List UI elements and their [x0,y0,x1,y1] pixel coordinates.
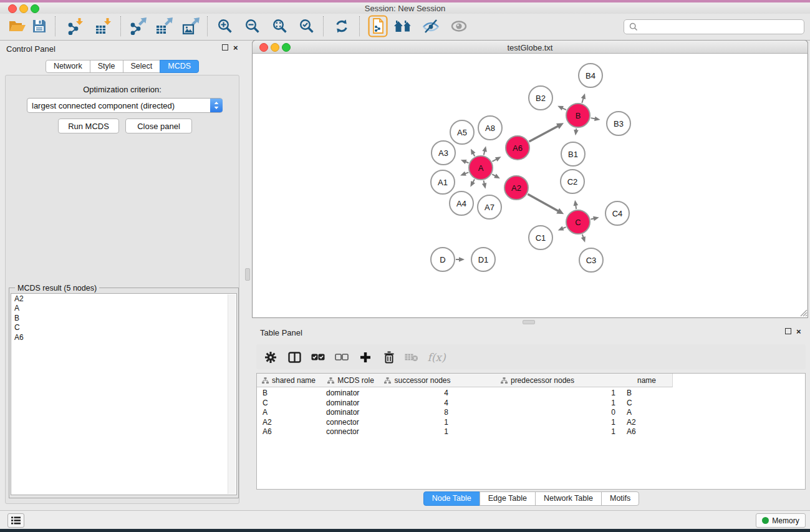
edge-A-A7[interactable] [482,180,486,188]
show-all-levels-button[interactable] [392,16,413,37]
result-item-a6[interactable]: A6 [11,332,236,342]
table-cell[interactable]: 1 [454,427,621,437]
table-cell[interactable]: connector [321,427,381,437]
tab-select[interactable]: Select [123,60,161,73]
node-B3[interactable]: B3 [607,112,630,135]
node-B4[interactable]: B4 [579,64,602,87]
zoom-in-button[interactable] [215,16,236,37]
node-B[interactable]: B [566,104,590,127]
node-A[interactable]: A [469,156,493,180]
result-item-c[interactable]: C [11,323,236,333]
node-C[interactable]: C [566,210,590,234]
edge-A6-B[interactable] [529,123,564,142]
tab-node-table[interactable]: Node Table [423,491,480,506]
column-header-name[interactable]: name [621,374,673,387]
table-cell[interactable]: A [257,408,321,417]
edge-A-A6[interactable] [492,157,501,162]
edge-A-A5[interactable] [471,149,476,157]
node-B2[interactable]: B2 [529,86,552,110]
table-cell[interactable]: B [257,389,321,398]
table-settings-button[interactable] [263,350,279,365]
node-C2[interactable]: C2 [561,170,584,193]
column-header-predecessor-nodes[interactable]: predecessor nodes [454,374,622,387]
edge-C-C1[interactable] [558,226,566,230]
node-A3[interactable]: A3 [432,141,455,165]
tab-style[interactable]: Style [90,60,123,73]
edge-A-A8[interactable] [482,146,486,155]
add-button[interactable] [357,350,374,365]
optimization-criterion-select[interactable]: largest connected component (directed) [27,98,223,113]
zoom-out-button[interactable] [242,16,263,37]
table-cell[interactable]: dominator [321,408,381,417]
horizontal-divider-handle[interactable] [523,320,535,324]
table-cell[interactable]: 4 [381,399,454,408]
new-network-from-selection-button[interactable] [366,16,390,37]
result-item-a[interactable]: A [11,304,236,314]
network-graph-canvas[interactable]: B4B2BB3A8A5A6A3B1AC2A1A2A4A7C4CC1C3DD1 [253,54,808,317]
node-A5[interactable]: A5 [450,120,474,144]
table-cell[interactable]: A6 [257,427,321,437]
result-scrollbar[interactable] [228,294,236,494]
delete-table-button[interactable] [403,350,420,365]
column-header-shared-name[interactable]: shared name [257,374,321,387]
select-all-button[interactable] [310,350,326,365]
zoom-fit-button[interactable] [269,16,291,37]
edge-A-A3[interactable] [461,160,469,164]
table-cell[interactable]: B [621,389,672,398]
table-cell[interactable]: 1 [454,389,621,398]
table-cell[interactable]: 1 [454,418,621,427]
window-resize-grip[interactable] [799,309,808,317]
column-header-mcds-role[interactable]: MCDS role [321,374,382,387]
tab-mcds[interactable]: MCDS [160,60,199,73]
table-cell[interactable]: 4 [381,389,454,398]
table-cell[interactable]: A6 [621,427,672,437]
export-image-button[interactable] [180,16,201,37]
tab-edge-table[interactable]: Edge Table [480,491,536,506]
import-network-button[interactable] [65,16,86,37]
edge-A-A4[interactable] [470,179,475,186]
table-cell[interactable]: connector [321,418,381,427]
edge-A2-C[interactable] [528,194,564,214]
edge-C-C2[interactable] [574,200,579,209]
export-network-button[interactable] [127,16,148,37]
node-D[interactable]: D [431,248,455,271]
save-session-button[interactable] [29,16,50,37]
table-cell[interactable]: C [621,399,672,408]
close-panel-button[interactable]: Close panel [125,118,192,133]
deselect-all-button[interactable] [334,350,350,365]
node-C1[interactable]: C1 [529,226,552,249]
node-A6[interactable]: A6 [506,136,529,160]
edge-B-B1[interactable] [574,128,579,135]
node-B1[interactable]: B1 [561,142,585,166]
table-cell[interactable]: 1 [381,427,454,437]
memory-button[interactable]: Memory [756,513,806,528]
split-divider-handle[interactable] [245,268,250,281]
refresh-button[interactable] [331,16,352,37]
control-panel-close-button[interactable]: × [233,44,238,52]
edge-A-A1[interactable] [460,172,468,176]
table-cell[interactable]: 1 [381,418,454,427]
column-organize-button[interactable] [286,350,302,365]
table-cell[interactable]: 0 [454,408,621,417]
result-item-b[interactable]: B [11,313,236,323]
edge-B-B3[interactable] [591,117,600,121]
node-A7[interactable]: A7 [478,195,501,219]
edge-D-D1[interactable] [456,257,465,262]
column-header-successor-nodes[interactable]: successor nodes [381,374,455,387]
node-C4[interactable]: C4 [605,201,629,225]
open-session-button[interactable] [7,16,28,37]
delete-button[interactable] [381,350,397,365]
edge-B-B4[interactable] [581,94,586,103]
node-A2[interactable]: A2 [504,176,528,200]
node-A1[interactable]: A1 [431,170,455,194]
edge-A-A2[interactable] [492,174,500,179]
table-cell[interactable]: A2 [257,418,321,427]
table-cell[interactable]: dominator [321,389,381,398]
search-input[interactable] [640,21,804,33]
function-builder-button[interactable]: f(x) [426,350,447,365]
import-table-button[interactable] [93,16,114,37]
table-cell[interactable]: 8 [381,408,454,417]
control-panel-float-button[interactable] [222,44,228,52]
tab-motifs[interactable]: Motifs [601,491,639,506]
edge-C-C3[interactable] [581,235,586,243]
